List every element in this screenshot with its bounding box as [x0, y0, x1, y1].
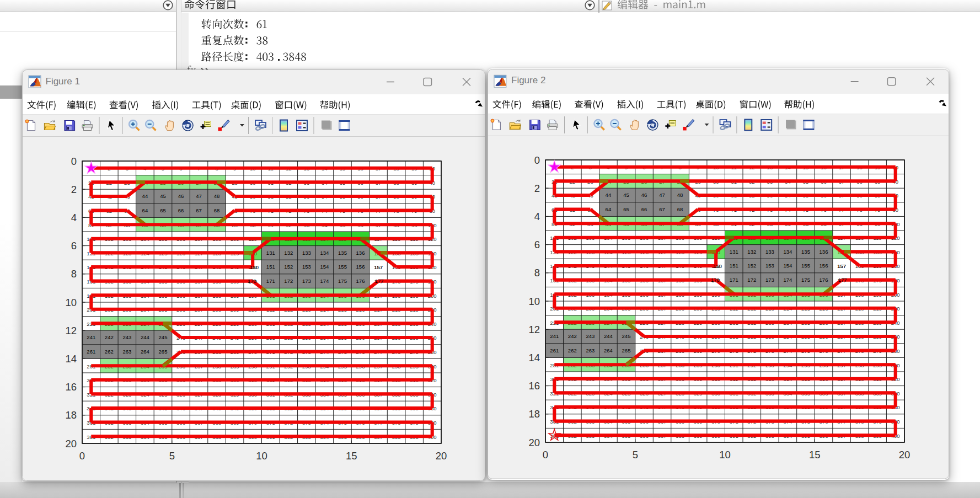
svg-text:0: 0	[71, 155, 77, 167]
svg-text:2: 2	[71, 183, 77, 195]
svg-text:10: 10	[719, 449, 731, 460]
svg-text:4: 4	[71, 212, 77, 223]
svg-text:14: 14	[528, 352, 540, 363]
svg-text:8: 8	[534, 267, 540, 279]
svg-text:20: 20	[436, 450, 447, 462]
svg-text:18: 18	[528, 409, 540, 420]
svg-text:4: 4	[534, 211, 540, 222]
svg-text:10: 10	[256, 450, 267, 462]
svg-text:20: 20	[528, 437, 540, 448]
svg-text:5: 5	[169, 450, 175, 462]
svg-text:8: 8	[71, 268, 77, 280]
svg-text:5: 5	[633, 449, 638, 460]
svg-text:12: 12	[65, 324, 77, 336]
svg-text:16: 16	[528, 380, 540, 392]
svg-text:2: 2	[534, 183, 540, 194]
svg-text:6: 6	[534, 239, 540, 250]
svg-text:12: 12	[528, 324, 540, 335]
svg-text:20: 20	[65, 437, 77, 449]
svg-text:20: 20	[899, 449, 911, 460]
svg-text:15: 15	[346, 450, 357, 462]
svg-text:6: 6	[71, 240, 77, 251]
svg-text:18: 18	[65, 409, 77, 421]
svg-text:16: 16	[65, 381, 77, 393]
svg-text:0: 0	[543, 449, 548, 460]
svg-text:10: 10	[65, 296, 77, 308]
svg-text:0: 0	[534, 154, 540, 166]
svg-text:15: 15	[809, 449, 821, 460]
svg-text:0: 0	[79, 450, 85, 462]
svg-text:10: 10	[528, 296, 540, 307]
svg-text:14: 14	[65, 353, 77, 365]
